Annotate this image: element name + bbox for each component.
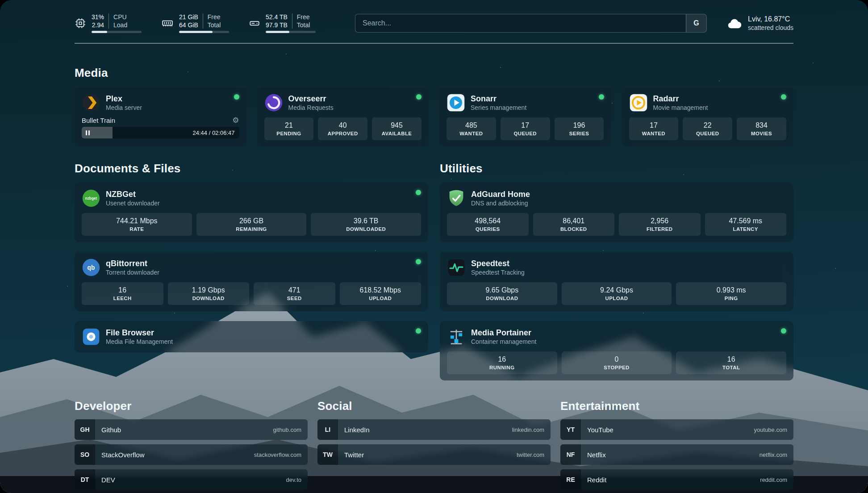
bookmark-youtube[interactable]: YT YouTube youtube.com (560, 419, 793, 440)
bookmark-dev[interactable]: DT DEV dev.to (75, 469, 308, 490)
utilities-column: Utilities (440, 162, 793, 380)
stat-series: 196 SERIES (555, 117, 604, 140)
service-description: Usenet downloader (106, 200, 160, 207)
cpu-icon (75, 17, 86, 29)
cpu-progress-fill (92, 31, 107, 33)
memory-icon (161, 17, 174, 29)
stat-wanted: 485 WANTED (447, 117, 496, 140)
stackoverflow-icon: SO (75, 444, 95, 465)
stat-remaining: 266 GB REMAINING (196, 213, 307, 236)
status-dot (234, 94, 239, 100)
bookmark-linkedin[interactable]: LI LinkedIn linkedin.com (317, 419, 551, 440)
memory-total-value: 64 GiB (179, 21, 198, 29)
status-dot (416, 190, 421, 195)
stat-wanted: 17 WANTED (629, 117, 679, 140)
weather-widget: Lviv, 16.87°C scattered clouds (726, 15, 793, 31)
stat-movies: 834 MOVIES (737, 117, 786, 140)
service-card-speedtest[interactable]: Speedtest Speedtest Tracking 9.65 Gbps D… (440, 252, 793, 311)
service-card-overseerr[interactable]: Overseerr Media Requests 21 PENDING 40 A… (257, 87, 429, 146)
service-name: Media Portainer (471, 328, 536, 337)
status-dot (416, 94, 421, 100)
bookmark-group-social: Social LI LinkedIn linkedin.com TW Twitt… (317, 399, 551, 493)
disk-total-label: Total (297, 21, 310, 29)
svg-text:qb: qb (87, 264, 95, 271)
disk-total-value: 97.9 TB (266, 21, 288, 29)
search-bar: G (355, 14, 707, 33)
cpu-load-value: 2.94 (92, 21, 104, 29)
section-title-developer: Developer (75, 399, 308, 413)
service-card-filebrowser[interactable]: File Browser Media File Management (75, 321, 428, 352)
stat-blocked: 86,401 BLOCKED (533, 213, 615, 236)
weather-location: Lviv, 16.87°C (748, 15, 793, 23)
section-title-documents: Documents & Files (75, 162, 428, 175)
search-input[interactable] (355, 14, 686, 32)
disk-icon (249, 17, 260, 29)
bookmark-github[interactable]: GH Github github.com (75, 419, 308, 440)
dev-icon: DT (75, 469, 95, 490)
playback-time: 24:44 / 02:06:47 (193, 130, 235, 136)
service-description: Media File Management (106, 338, 173, 345)
settings-gear-icon[interactable]: ⚙ (232, 117, 239, 124)
stat-seed: 471 SEED (254, 282, 335, 305)
memory-free-value: 21 GiB (179, 13, 198, 21)
stat-queued: 22 QUEUED (683, 117, 732, 140)
search-provider-button[interactable]: G (686, 14, 706, 32)
stat-leech: 16 LEECH (82, 282, 163, 305)
stat-download: 1.19 Gbps DOWNLOAD (168, 282, 250, 305)
service-name: AdGuard Home (471, 190, 530, 199)
bookmark-stackoverflow[interactable]: SO StackOverflow stackoverflow.com (75, 444, 308, 465)
status-dot (599, 94, 604, 100)
stats-row: 9.65 Gbps DOWNLOAD 9.24 Gbps UPLOAD 0.99… (447, 282, 786, 305)
stat-upload: 618.52 Mbps UPLOAD (340, 282, 421, 305)
service-card-adguard[interactable]: AdGuard Home DNS and adblocking 498,564 … (440, 183, 793, 242)
disk-progress-track (266, 31, 316, 33)
pause-button[interactable] (86, 130, 90, 135)
qbittorrent-icon: qb (82, 258, 100, 277)
github-icon: GH (75, 419, 95, 440)
documents-column: Documents & Files nzbget NZBGet (75, 162, 428, 380)
memory-total-label: Total (208, 21, 221, 29)
weather-condition: scattered clouds (748, 24, 793, 31)
service-description: Movie management (653, 104, 708, 111)
stat-latency: 47.569 ms LATENCY (705, 213, 787, 236)
stat-ping: 0.993 ms PING (676, 282, 786, 305)
section-title-entertainment: Entertainment (560, 399, 793, 413)
status-dot (781, 94, 786, 100)
snow-particles (0, 0, 1, 1)
now-playing-title: Bullet Train (82, 117, 115, 124)
status-dot (416, 259, 421, 264)
stat-total: 16 TOTAL (676, 351, 786, 374)
bookmark-reddit[interactable]: RE Reddit reddit.com (560, 469, 793, 490)
bookmark-twitter[interactable]: TW Twitter twitter.com (317, 444, 551, 465)
svg-text:nzbget: nzbget (85, 196, 97, 201)
cpu-percent-value: 31% (92, 13, 104, 21)
service-card-qbittorrent[interactable]: qb qBittorrent Torrent downloader 16 LEE… (75, 252, 428, 311)
sonarr-icon (447, 93, 465, 112)
service-name: Speedtest (471, 259, 525, 268)
stats-row: 744.21 Mbps RATE 266 GB REMAINING 39.6 T… (82, 213, 421, 236)
service-card-portainer[interactable]: Media Portainer Container management 16 … (440, 321, 793, 380)
twitter-icon: TW (317, 444, 338, 465)
bookmark-netflix[interactable]: NF Netflix netflix.com (560, 444, 793, 465)
stat-download: 9.65 Gbps DOWNLOAD (447, 282, 557, 305)
service-description: Torrent downloader (106, 269, 159, 276)
stats-row: 16 LEECH 1.19 Gbps DOWNLOAD 471 SEED (82, 282, 421, 305)
playback-progress-bar[interactable]: 24:44 / 02:06:47 (82, 127, 239, 138)
memory-progress-fill (179, 31, 213, 33)
service-card-sonarr[interactable]: Sonarr Series management 485 WANTED 17 Q… (439, 87, 611, 146)
stat-available: 945 AVAILABLE (372, 117, 421, 140)
section-title-social: Social (317, 399, 551, 413)
service-description: Media Requests (288, 104, 334, 111)
divider (292, 13, 292, 29)
top-bar: 31% 2.94 CPU Load (75, 13, 793, 33)
bookmark-group-entertainment: Entertainment YT YouTube youtube.com NF … (560, 399, 793, 493)
stat-pending: 21 PENDING (264, 117, 314, 140)
service-name: qBittorrent (106, 259, 159, 268)
portainer-icon (447, 327, 466, 346)
topbar-divider (75, 43, 793, 44)
service-card-radarr[interactable]: Radarr Movie management 17 WANTED 22 QUE… (622, 87, 794, 146)
service-card-plex[interactable]: Plex Media server Bullet Train ⚙ 24:44 /… (75, 87, 246, 146)
service-card-nzbget[interactable]: nzbget NZBGet Usenet downloader 744.21 M… (75, 183, 428, 242)
stat-running: 16 RUNNING (447, 351, 557, 374)
service-name: Overseerr (288, 94, 334, 103)
